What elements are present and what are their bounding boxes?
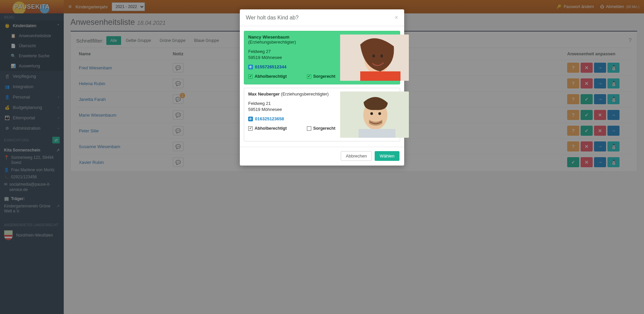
pickup-person-card[interactable]: Nancy Wiesenbaum (Erziehungsberechtigter… [244, 31, 400, 84]
person-photo [340, 91, 409, 138]
cancel-button[interactable]: Abbrechen [341, 151, 372, 161]
phone-icon: ✆ [248, 117, 253, 121]
checkbox-icon: ✓ [248, 126, 253, 131]
person-phone-link[interactable]: ✆016325123658 [248, 116, 284, 121]
checkbox-icon: ✓ [307, 74, 311, 79]
modal-footer: Abbrechen Wählen [240, 147, 404, 166]
phone-icon: ✆ [248, 65, 253, 69]
person-address: Feldweg 2159519 Möhnesee [248, 101, 335, 112]
abholberechtigt-check: ✓Abholberechtigt [248, 74, 287, 79]
svg-rect-9 [359, 129, 395, 138]
abholberechtigt-check: ✓Abholberechtigt [248, 126, 287, 131]
person-name: Max Neuberger [248, 91, 280, 97]
sorgerecht-check: Sorgerecht [307, 126, 335, 131]
svg-point-8 [378, 112, 381, 115]
modal-title: Wer holt das Kind ab? [246, 15, 299, 21]
select-button[interactable]: Wählen [375, 151, 399, 161]
modal-overlay[interactable]: Wer holt das Kind ab? × Nancy Wiesenbaum… [0, 0, 644, 314]
pickup-person-card[interactable]: Max Neuberger (Erziehungsberechtigter) F… [244, 88, 400, 141]
checkbox-icon: ✓ [248, 74, 253, 79]
pickup-modal: Wer holt das Kind ab? × Nancy Wiesenbaum… [240, 9, 404, 166]
close-icon[interactable]: × [394, 14, 398, 21]
person-role: (Erziehungsberechtigter) [281, 91, 329, 97]
sorgerecht-check: ✓Sorgerecht [307, 74, 335, 79]
person-role: (Erziehungsberechtigter) [248, 40, 296, 45]
svg-point-7 [370, 112, 373, 115]
svg-point-2 [372, 54, 375, 58]
checkbox-icon [307, 126, 311, 131]
person-address: Feldweg 2759519 Möhnesee [248, 49, 335, 60]
person-name: Nancy Wiesenbaum [248, 35, 289, 40]
svg-rect-4 [360, 71, 400, 81]
person-phone-link[interactable]: ✆0155726512344 [248, 64, 286, 69]
modal-header: Wer holt das Kind ab? × [240, 9, 404, 26]
person-photo [340, 35, 409, 81]
svg-point-3 [380, 54, 383, 58]
modal-body: Nancy Wiesenbaum (Erziehungsberechtigter… [240, 26, 404, 147]
